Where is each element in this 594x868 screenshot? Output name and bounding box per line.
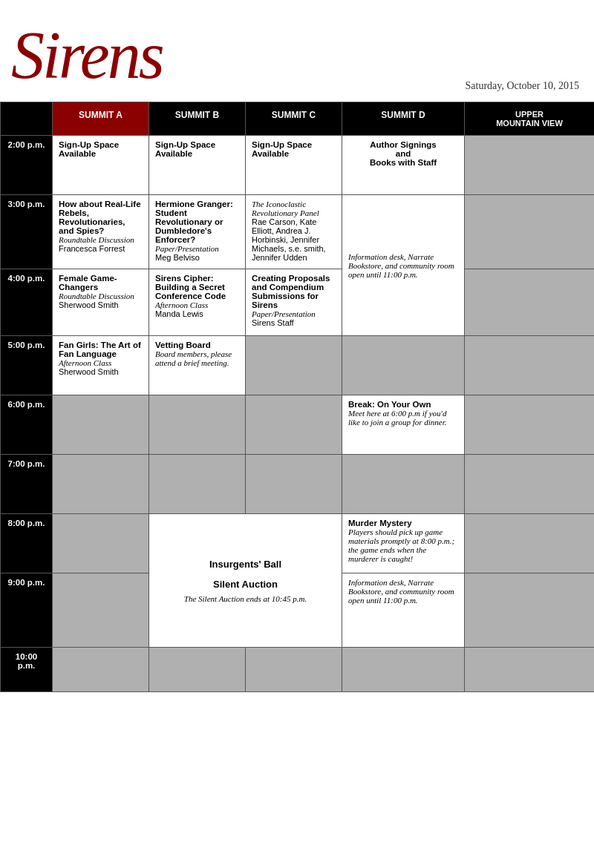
time-6pm: 6:00 p.m. (1, 395, 53, 455)
cell-8pm-summit-a (53, 514, 149, 573)
cell-6pm-upper (465, 395, 595, 455)
cell-2pm-summit-b: Sign-Up Space Available (149, 136, 246, 195)
cell-9pm-summit-d: Information desk, Narrate Bookstore, and… (342, 573, 465, 648)
time-4pm: 4:00 p.m. (1, 269, 53, 336)
cell-6pm-summit-d: Break: On Your Own Meet here at 6:00 p.m… (342, 395, 465, 455)
cell-2pm-summit-d: Author SigningsandBooks with Staff (342, 136, 465, 195)
table-row: 6:00 p.m. Break: On Your Own Meet here a… (1, 395, 595, 455)
cell-7pm-upper (465, 455, 595, 514)
cell-7pm-summit-b (149, 455, 246, 514)
cell-8pm-9pm-summit-bc: Insurgents' Ball Silent Auction The Sile… (149, 514, 342, 648)
table-row: 4:00 p.m. Female Game-Changers Roundtabl… (1, 269, 595, 336)
table-row: 8:00 p.m. Insurgents' Ball Silent Auctio… (1, 514, 595, 573)
col-header-summit-d: SUMMIT D (342, 102, 465, 136)
cell-4pm-upper (465, 269, 595, 336)
col-header-summit-b: SUMMIT B (149, 102, 246, 136)
cell-7pm-summit-a (53, 455, 149, 514)
cell-5pm-summit-d (342, 336, 465, 395)
cell-4pm-summit-c: Creating Proposals and Compendium Submis… (246, 269, 342, 336)
cell-5pm-upper (465, 336, 595, 395)
header-row: SUMMIT A SUMMIT B SUMMIT C SUMMIT D UPPE… (1, 102, 595, 136)
time-2pm: 2:00 p.m. (1, 136, 53, 195)
cell-6pm-summit-b (149, 395, 246, 455)
cell-10pm-summit-a (53, 648, 149, 692)
cell-2pm-summit-c: Sign-Up Space Available (246, 136, 342, 195)
cell-7pm-summit-d (342, 455, 465, 514)
time-8pm: 8:00 p.m. (1, 514, 53, 573)
cell-6pm-summit-c (246, 395, 342, 455)
cell-3pm-summit-b: Hermione Granger: Student Revolutionary … (149, 195, 246, 269)
table-row: 3:00 p.m. How about Real-Life Rebels, Re… (1, 195, 595, 269)
cell-10pm-summit-d (342, 648, 465, 692)
cell-9pm-upper (465, 573, 595, 648)
cell-8pm-upper (465, 514, 595, 573)
col-header-upper: UPPERMOUNTAIN VIEW (465, 102, 595, 136)
cell-3pm-summit-c: The Iconoclastic Revolutionary Panel Rae… (246, 195, 342, 269)
cell-3pm-summit-a: How about Real-Life Rebels, Revolutionar… (53, 195, 149, 269)
header: Sirens Saturday, October 10, 2015 (0, 0, 594, 102)
cell-5pm-summit-b: Vetting Board Board members, please atte… (149, 336, 246, 395)
cell-2pm-summit-a: Sign-Up Space Available (53, 136, 149, 195)
cell-10pm-summit-b (149, 648, 246, 692)
col-header-summit-c: SUMMIT C (246, 102, 342, 136)
cell-10pm-upper (465, 648, 595, 692)
cell-3pm-4pm-summit-d: Information desk, Narrate Bookstore, and… (342, 195, 465, 336)
cell-7pm-summit-c (246, 455, 342, 514)
cell-5pm-summit-c (246, 336, 342, 395)
schedule-table: SUMMIT A SUMMIT B SUMMIT C SUMMIT D UPPE… (0, 102, 594, 692)
cell-4pm-summit-b: Sirens Cipher: Building a Secret Confere… (149, 269, 246, 336)
cell-8pm-summit-d: Murder Mystery Players should pick up ga… (342, 514, 465, 573)
cell-6pm-summit-a (53, 395, 149, 455)
time-7pm: 7:00 p.m. (1, 455, 53, 514)
cell-5pm-summit-a: Fan Girls: The Art of Fan Language After… (53, 336, 149, 395)
cell-10pm-summit-c (246, 648, 342, 692)
table-row: 10:00 p.m. (1, 648, 595, 692)
time-10pm: 10:00 p.m. (1, 648, 53, 692)
cell-9pm-summit-a (53, 573, 149, 648)
svg-text:Sirens: Sirens (11, 19, 163, 89)
cell-3pm-upper (465, 195, 595, 269)
time-5pm: 5:00 p.m. (1, 336, 53, 395)
time-9pm: 9:00 p.m. (1, 573, 53, 648)
cell-4pm-summit-a: Female Game-Changers Roundtable Discussi… (53, 269, 149, 336)
table-row: 7:00 p.m. (1, 455, 595, 514)
cell-2pm-upper (465, 136, 595, 195)
col-header-summit-a: SUMMIT A (53, 102, 149, 136)
table-row: 2:00 p.m. Sign-Up Space Available Sign-U… (1, 136, 595, 195)
table-row: 5:00 p.m. Fan Girls: The Art of Fan Lang… (1, 336, 595, 395)
col-header-time (1, 102, 53, 136)
time-3pm: 3:00 p.m. (1, 195, 53, 269)
date-label: Saturday, October 10, 2015 (466, 80, 579, 98)
logo: Sirens (7, 7, 186, 98)
